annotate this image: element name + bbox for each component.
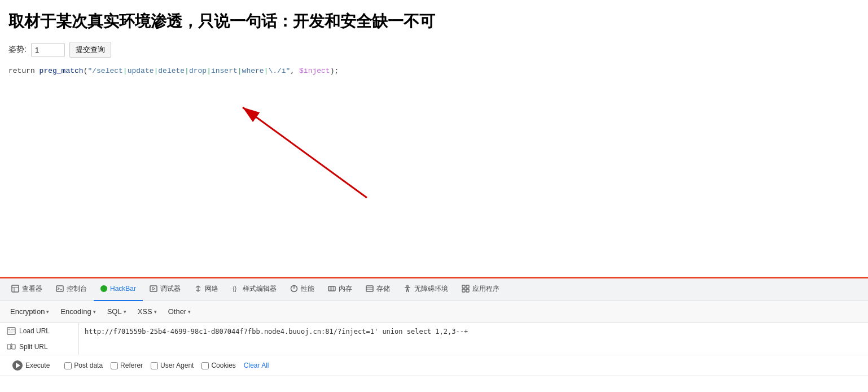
hackbar-actions: Load URL Split URL — [0, 323, 79, 355]
tab-inspector[interactable]: 查看器 — [5, 277, 49, 301]
inspector-icon — [11, 285, 19, 293]
post-data-label: Post data — [74, 361, 103, 369]
clear-all-button[interactable]: Clear All — [244, 361, 269, 369]
cookies-checkbox-label[interactable]: Cookies — [201, 361, 235, 369]
execute-icon — [12, 360, 23, 371]
post-data-checkbox-label[interactable]: Post data — [64, 361, 103, 369]
checkbox-group: Post data Referer User Agent Cookies Cle… — [64, 361, 269, 369]
svg-rect-38 — [12, 345, 15, 349]
memory-icon — [328, 285, 336, 293]
tab-storage-label: 存储 — [376, 284, 390, 294]
posture-input[interactable] — [31, 43, 65, 56]
user-agent-label: User Agent — [160, 361, 194, 369]
performance-icon — [290, 285, 298, 293]
arrow-annotation — [226, 90, 395, 215]
network-icon — [194, 285, 202, 293]
svg-rect-2 — [12, 285, 19, 292]
load-url-label: Load URL — [19, 327, 50, 335]
main-content: 取材于某次真实环境渗透，只说一句话：开发和安全缺一不可 姿势: 提交查询 ret… — [0, 0, 868, 277]
xss-label: XSS — [138, 307, 152, 316]
tab-performance[interactable]: 性能 — [283, 277, 321, 301]
tab-hackbar-label: HackBar — [110, 285, 136, 293]
tab-network[interactable]: 网络 — [187, 277, 225, 301]
referer-checkbox[interactable] — [111, 362, 118, 369]
svg-rect-7 — [150, 286, 157, 291]
page-title: 取材于某次真实环境渗透，只说一句话：开发和安全缺一不可 — [8, 11, 860, 32]
svg-rect-27 — [462, 285, 465, 288]
load-url-button[interactable]: Load URL — [0, 323, 78, 339]
split-url-button[interactable]: Split URL — [0, 339, 78, 355]
split-url-label: Split URL — [19, 343, 48, 351]
tab-accessibility-label: 无障碍环境 — [414, 284, 448, 294]
cookies-checkbox[interactable] — [201, 362, 209, 369]
submit-button[interactable]: 提交查询 — [69, 42, 111, 58]
hackbar-dot-icon — [100, 285, 107, 292]
tab-app[interactable]: 应用程序 — [455, 277, 506, 301]
hackbar-url-input[interactable] — [79, 323, 868, 355]
tab-network-label: 网络 — [205, 284, 218, 294]
svg-marker-8 — [152, 288, 155, 290]
tab-app-label: 应用程序 — [472, 284, 499, 294]
svg-rect-29 — [462, 289, 465, 292]
encryption-arrow-icon: ▾ — [46, 309, 49, 315]
sql-arrow-icon: ▾ — [124, 309, 126, 315]
tab-console[interactable]: 控制台 — [49, 277, 94, 301]
encryption-dropdown[interactable]: Encryption ▾ — [6, 305, 54, 318]
svg-line-1 — [243, 107, 367, 198]
svg-rect-20 — [366, 286, 373, 291]
xss-dropdown[interactable]: XSS ▾ — [133, 305, 161, 318]
tab-inspector-label: 查看器 — [22, 284, 42, 294]
user-agent-checkbox[interactable] — [151, 362, 158, 369]
hackbar-url-row: Load URL Split URL — [0, 323, 868, 355]
execute-label: Execute — [25, 361, 50, 369]
devtools-toolbar: 查看器 控制台 HackBar 调试器 — [0, 277, 868, 300]
encoding-dropdown[interactable]: Encoding ▾ — [56, 305, 100, 318]
tab-performance-label: 性能 — [301, 284, 314, 294]
referer-checkbox-label[interactable]: Referer — [111, 361, 143, 369]
hackbar-menu-toolbar: Encryption ▾ Encoding ▾ SQL ▾ XSS ▾ Othe… — [0, 300, 868, 323]
tab-accessibility[interactable]: 无障碍环境 — [397, 277, 455, 301]
other-arrow-icon: ▾ — [188, 309, 191, 315]
svg-point-32 — [8, 329, 10, 330]
tab-storage[interactable]: 存储 — [359, 277, 397, 301]
style-editor-icon: {} — [232, 285, 240, 293]
app-icon — [462, 285, 470, 293]
user-agent-checkbox-label[interactable]: User Agent — [151, 361, 194, 369]
encoding-arrow-icon: ▾ — [93, 309, 96, 315]
execute-button[interactable]: Execute — [7, 358, 55, 373]
other-dropdown[interactable]: Other ▾ — [164, 305, 196, 318]
tab-console-label: 控制台 — [67, 284, 87, 294]
load-url-icon — [7, 326, 16, 336]
svg-point-26 — [407, 285, 409, 287]
encoding-label: Encoding — [60, 307, 91, 316]
svg-line-25 — [407, 288, 409, 292]
tab-debugger-label: 调试器 — [160, 284, 181, 294]
code-display: return preg_match("/select|update|delete… — [8, 67, 860, 75]
cookies-label: Cookies — [211, 361, 235, 369]
tab-memory[interactable]: 内存 — [321, 277, 359, 301]
split-url-icon — [7, 342, 16, 351]
hackbar-panel: Load URL Split URL Execute — [0, 323, 868, 376]
hackbar-execute-row: Execute Post data Referer User Agent Coo… — [0, 355, 868, 376]
sql-label: SQL — [107, 307, 122, 316]
accessibility-icon — [404, 285, 411, 293]
play-triangle-icon — [16, 363, 20, 368]
tab-hackbar[interactable]: HackBar — [94, 277, 143, 301]
tab-style-editor-label: 样式编辑器 — [243, 284, 277, 294]
tab-debugger[interactable]: 调试器 — [143, 277, 187, 301]
console-icon — [56, 285, 64, 293]
svg-rect-28 — [466, 285, 469, 288]
sql-dropdown[interactable]: SQL ▾ — [103, 305, 131, 318]
tab-style-editor[interactable]: {} 样式编辑器 — [225, 277, 283, 301]
referer-label: Referer — [120, 361, 143, 369]
form-row: 姿势: 提交查询 — [8, 42, 860, 58]
post-data-checkbox[interactable] — [64, 362, 72, 369]
tab-memory-label: 内存 — [339, 284, 352, 294]
other-label: Other — [168, 307, 187, 316]
svg-rect-30 — [466, 289, 469, 292]
form-label: 姿势: — [8, 45, 27, 55]
svg-text:{}: {} — [233, 285, 237, 292]
storage-icon — [366, 285, 374, 293]
xss-arrow-icon: ▾ — [154, 309, 157, 315]
svg-rect-37 — [7, 345, 11, 349]
